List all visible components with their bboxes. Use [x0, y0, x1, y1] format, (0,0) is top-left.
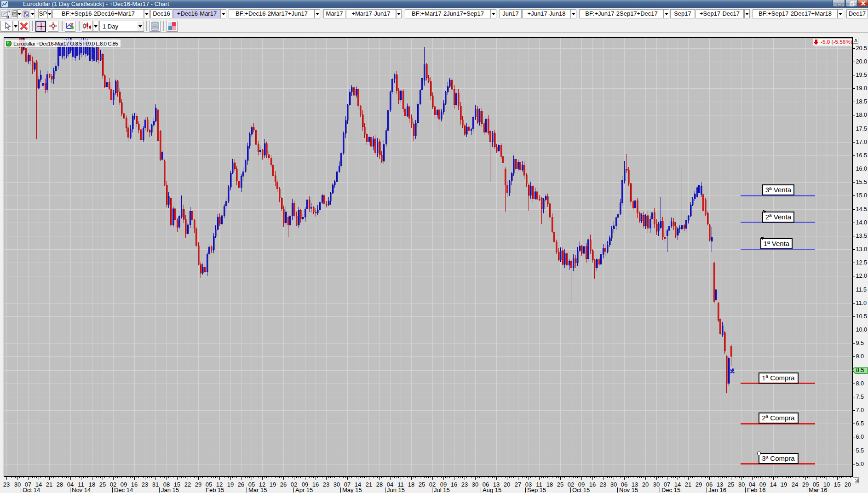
svg-text:20: 20: [642, 481, 649, 488]
svg-text:8.5: 8.5: [856, 367, 864, 373]
svg-text:28: 28: [376, 481, 383, 488]
svg-text:Feb 16: Feb 16: [747, 487, 765, 493]
svg-text:20: 20: [845, 481, 851, 488]
svg-text:21: 21: [366, 481, 372, 488]
svg-text:23: 23: [461, 481, 468, 488]
svg-text:21: 21: [46, 481, 52, 488]
svg-text:27: 27: [515, 481, 521, 488]
svg-text:Jun 15: Jun 15: [387, 487, 405, 493]
svg-text:20: 20: [504, 481, 510, 488]
svg-text:Apr 15: Apr 15: [295, 487, 313, 493]
svg-text:Aug 15: Aug 15: [483, 487, 501, 493]
svg-text:29: 29: [195, 481, 201, 488]
svg-text:1ª Compra: 1ª Compra: [762, 374, 795, 382]
svg-text:10.5: 10.5: [856, 313, 868, 320]
svg-text:9.5: 9.5: [856, 340, 864, 346]
svg-text:26: 26: [238, 481, 244, 488]
svg-text:23: 23: [323, 481, 329, 488]
svg-text:25: 25: [419, 481, 425, 488]
svg-text:Sep 15: Sep 15: [527, 487, 546, 493]
svg-text:12.0: 12.0: [856, 273, 868, 279]
svg-text:16: 16: [312, 481, 319, 488]
svg-text:Oct 14: Oct 14: [23, 487, 40, 493]
svg-text:23: 23: [600, 481, 606, 488]
svg-text:13.0: 13.0: [856, 246, 868, 252]
svg-text:5.0: 5.0: [856, 461, 864, 467]
svg-text:18: 18: [546, 481, 553, 488]
svg-text:16.5: 16.5: [856, 152, 868, 159]
svg-text:6.0: 6.0: [856, 434, 864, 440]
svg-text:14: 14: [770, 481, 776, 488]
svg-text:19.5: 19.5: [856, 72, 868, 78]
svg-text:30: 30: [610, 481, 617, 488]
svg-text:Feb 15: Feb 15: [206, 487, 224, 493]
svg-text:Eurodollar +Dec16-Mar17 O:8.5: Eurodollar +Dec16-Mar17 O:8.5 H:9.0 L:8.…: [13, 40, 118, 46]
svg-text:Oct 15: Oct 15: [572, 487, 590, 493]
svg-text:7.5: 7.5: [856, 394, 864, 400]
svg-text:15.0: 15.0: [856, 192, 868, 199]
svg-text:21: 21: [685, 481, 691, 488]
svg-text:-5.0 (-5.56%): -5.0 (-5.56%): [821, 39, 852, 45]
svg-text:Jan 15: Jan 15: [161, 487, 179, 493]
svg-text:8.0: 8.0: [856, 380, 864, 387]
svg-text:28: 28: [57, 481, 63, 488]
svg-text:17.0: 17.0: [856, 139, 868, 145]
svg-text:20.0: 20.0: [856, 58, 868, 65]
svg-text:Nov 14: Nov 14: [72, 487, 91, 493]
svg-text:13.5: 13.5: [856, 233, 868, 239]
svg-text:25: 25: [728, 481, 734, 488]
svg-text:Mar 16: Mar 16: [809, 487, 827, 493]
svg-text:Nov 15: Nov 15: [619, 487, 638, 493]
svg-text:16: 16: [589, 481, 596, 488]
svg-text:15: 15: [834, 481, 840, 488]
svg-text:19: 19: [270, 481, 276, 488]
svg-text:10.0: 10.0: [856, 327, 868, 333]
svg-text:19: 19: [227, 481, 234, 488]
svg-text:Dec 15: Dec 15: [661, 487, 680, 493]
svg-text:Dec 14: Dec 14: [114, 487, 133, 493]
svg-text:30: 30: [333, 481, 340, 488]
svg-text:25: 25: [99, 481, 106, 488]
svg-text:18.0: 18.0: [856, 112, 868, 118]
svg-text:30: 30: [472, 481, 478, 488]
svg-text:16.0: 16.0: [856, 166, 868, 172]
svg-text:9.0: 9.0: [856, 353, 864, 360]
svg-text:23: 23: [3, 481, 10, 488]
svg-text:31: 31: [152, 481, 159, 488]
svg-text:1ª Venta: 1ª Venta: [764, 240, 790, 247]
svg-text:2ª Compra: 2ª Compra: [762, 414, 795, 422]
svg-text:3ª Compra: 3ª Compra: [762, 454, 795, 462]
svg-text:May 15: May 15: [342, 487, 362, 493]
svg-text:Jan 16: Jan 16: [708, 487, 726, 493]
svg-text:5.5: 5.5: [856, 447, 864, 454]
svg-text:12.5: 12.5: [856, 259, 868, 266]
svg-text:Jul 15: Jul 15: [434, 487, 450, 493]
svg-text:23: 23: [142, 481, 148, 488]
svg-text:16: 16: [451, 481, 457, 488]
svg-text:14.0: 14.0: [856, 219, 868, 226]
svg-text:19: 19: [781, 481, 787, 488]
svg-text:7.0: 7.0: [856, 407, 864, 413]
svg-text:3ª Venta: 3ª Venta: [765, 186, 792, 194]
svg-text:Mar 15: Mar 15: [248, 487, 267, 493]
svg-text:18.5: 18.5: [856, 98, 868, 105]
svg-text:30: 30: [14, 481, 21, 488]
svg-text:A: A: [854, 38, 857, 43]
svg-text:11.5: 11.5: [856, 287, 867, 293]
svg-text:24: 24: [792, 481, 798, 488]
svg-text:29: 29: [802, 481, 809, 488]
svg-text:17.5: 17.5: [856, 126, 868, 132]
svg-text:14.5: 14.5: [856, 206, 868, 212]
svg-text:20.5: 20.5: [856, 45, 868, 52]
svg-text:22: 22: [184, 481, 191, 488]
svg-text:30: 30: [738, 481, 745, 488]
svg-text:19.0: 19.0: [856, 85, 868, 92]
svg-text:15.5: 15.5: [856, 179, 868, 185]
svg-text:30: 30: [653, 481, 660, 488]
svg-text:18: 18: [408, 481, 414, 488]
svg-text:26: 26: [280, 481, 287, 488]
svg-text:2ª Venta: 2ª Venta: [765, 213, 792, 221]
svg-text:25: 25: [557, 481, 563, 488]
svg-text:6.5: 6.5: [856, 420, 864, 427]
svg-text:11.0: 11.0: [856, 300, 867, 306]
